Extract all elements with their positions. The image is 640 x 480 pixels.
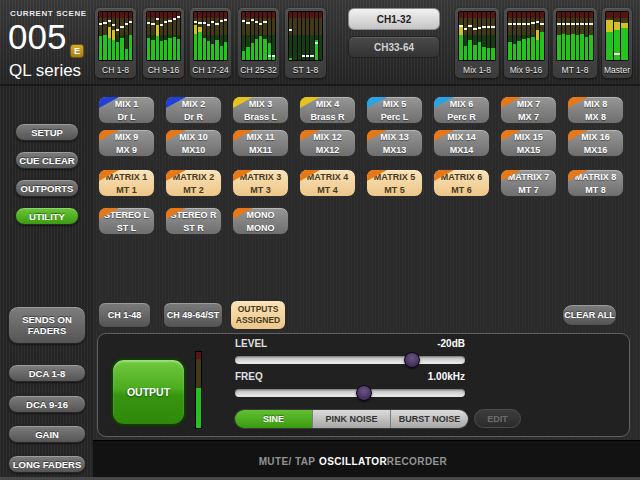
meter-bar	[246, 12, 249, 60]
channel-name: MX15	[501, 144, 556, 157]
meter-group-ch-17-24[interactable]: CH 17-24	[190, 8, 231, 78]
meter-group-mix-1-8[interactable]: Mix 1-8	[455, 8, 499, 78]
clear-all-button[interactable]: CLEAR ALL	[562, 304, 617, 326]
level-label: LEVEL	[235, 338, 267, 349]
channel-button-matrix-8[interactable]: MATRIX 8MT 8	[567, 169, 624, 197]
tab-recorder[interactable]: RECORDER	[387, 456, 447, 467]
meter-screen	[507, 11, 545, 61]
channel-name: MT 1	[99, 184, 154, 197]
sidebar-button-long-faders[interactable]: LONG FADERS	[8, 455, 86, 473]
top-meter-bridge: CURRENT SCENE 005 E QL series CH 1-8CH 9…	[0, 0, 640, 86]
channel-button-matrix-1[interactable]: MATRIX 1MT 1	[98, 169, 155, 197]
meter-bar	[173, 12, 176, 60]
meter-group-ch-1-8[interactable]: CH 1-8	[95, 8, 136, 78]
oscillator-output-button[interactable]: OUTPUT	[111, 358, 186, 426]
meter-group-master[interactable]: Master	[602, 8, 632, 78]
channel-button-mix-10[interactable]: MIX 10MX10	[165, 129, 222, 157]
sidebar-button-sends-on-faders[interactable]: SENDS ON FADERS	[8, 306, 86, 344]
meter-bar	[513, 12, 517, 60]
channel-button-mix-6[interactable]: MIX 6Perc R	[433, 96, 490, 124]
meter-group-mt-1-8[interactable]: MT 1-8	[553, 8, 597, 78]
oscillator-edit-button[interactable]: EDIT	[474, 409, 521, 428]
channel-button-matrix-5[interactable]: MATRIX 5MT 5	[366, 169, 423, 197]
channel-button-mix-2[interactable]: MIX 2Dr R	[165, 96, 222, 124]
channel-button-matrix-6[interactable]: MATRIX 6MT 6	[433, 169, 490, 197]
meter-bar	[491, 12, 495, 60]
channel-button-mix-4[interactable]: MIX 4Brass R	[299, 96, 356, 124]
scene-number: 005	[8, 17, 66, 57]
tab-oscillator[interactable]: OSCILLATOR	[319, 456, 387, 467]
freq-label: FREQ	[235, 371, 263, 382]
outputs-assigned-line1: OUTPUTS	[238, 304, 279, 315]
meter-bar	[580, 12, 584, 60]
meter-group-mix-9-16[interactable]: Mix 9-16	[504, 8, 548, 78]
channel-button-mix-11[interactable]: MIX 11MX11	[232, 129, 289, 157]
channel-button-mono[interactable]: MONOMONO	[232, 207, 289, 235]
sidebar-button-dca-9-16[interactable]: DCA 9-16	[8, 395, 86, 413]
channel-button-mix-8[interactable]: MIX 8MX 8	[567, 96, 624, 124]
meter-group-st-1-8[interactable]: ST 1-8	[285, 8, 326, 78]
scene-edited-badge: E	[70, 44, 84, 58]
meter-bar	[272, 12, 275, 60]
channel-button-mix-14[interactable]: MIX 14MX14	[433, 129, 490, 157]
filter-button-ch-49-64-st[interactable]: CH 49-64/ST	[163, 302, 223, 328]
channel-button-mix-12[interactable]: MIX 12MX12	[299, 129, 356, 157]
meter-bar	[517, 12, 521, 60]
level-slider-thumb[interactable]	[404, 352, 420, 368]
meter-bar	[224, 12, 227, 60]
meter-bar	[310, 12, 313, 60]
layer-button-ch1-32[interactable]: CH1-32	[348, 8, 440, 30]
channel-button-matrix-3[interactable]: MATRIX 3MT 3	[232, 169, 289, 197]
waveform-button-sine[interactable]: SINE	[235, 410, 313, 428]
meter-bar	[306, 12, 309, 60]
channel-button-mix-16[interactable]: MIX 16MX16	[567, 129, 624, 157]
sidebar-button-gain[interactable]: GAIN	[8, 425, 86, 443]
sidebar-button-outports[interactable]: OUTPORTS	[15, 179, 79, 197]
channel-button-mix-7[interactable]: MIX 7MX 7	[500, 96, 557, 124]
level-slider-track[interactable]	[235, 356, 465, 364]
meter-bar	[473, 12, 477, 60]
layer-button-ch33-64[interactable]: CH33-64	[348, 36, 440, 58]
channel-name: MX14	[434, 144, 489, 157]
channel-button-matrix-7[interactable]: MATRIX 7MT 7	[500, 169, 557, 197]
main-area: MIX 1Dr LMIX 2Dr RMIX 3Brass LMIX 4Brass…	[93, 86, 640, 480]
meter-bar	[468, 12, 472, 60]
meter-group-ch-25-32[interactable]: CH 25-32	[238, 8, 279, 78]
meter-group-label: Mix 9-16	[504, 65, 548, 75]
sidebar-button-dca-1-8[interactable]: DCA 1-8	[8, 364, 86, 382]
meter-bar	[293, 12, 296, 60]
filter-button-outputs-assigned[interactable]: OUTPUTS ASSIGNED	[230, 300, 286, 330]
channel-name: MT 6	[434, 184, 489, 197]
channel-button-stereo-l[interactable]: STEREO LST L	[98, 207, 155, 235]
channel-button-mix-5[interactable]: MIX 5Perc L	[366, 96, 423, 124]
channel-button-mix-3[interactable]: MIX 3Brass L	[232, 96, 289, 124]
meter-bar	[478, 12, 482, 60]
stagemix-app: CURRENT SCENE 005 E QL series CH 1-8CH 9…	[0, 0, 640, 480]
channel-button-mix-15[interactable]: MIX 15MX15	[500, 129, 557, 157]
waveform-button-pink-noise[interactable]: PINK NOISE	[313, 410, 391, 428]
channel-button-mix-1[interactable]: MIX 1Dr L	[98, 96, 155, 124]
waveform-button-burst-noise[interactable]: BURST NOISE	[391, 410, 468, 428]
channel-button-matrix-2[interactable]: MATRIX 2MT 2	[165, 169, 222, 197]
meter-bar	[302, 12, 305, 60]
tab-mute-tap[interactable]: MUTE/ TAP	[259, 456, 316, 467]
sidebar-button-setup[interactable]: SETUP	[15, 123, 79, 141]
freq-slider-track[interactable]	[235, 389, 465, 397]
meter-bar	[540, 12, 544, 60]
channel-name: MX 7	[501, 111, 556, 124]
filter-button-ch-1-48[interactable]: CH 1-48	[98, 302, 151, 328]
console-model-label: QL series	[9, 61, 81, 81]
freq-slider-thumb[interactable]	[356, 385, 372, 401]
channel-button-stereo-r[interactable]: STEREO RST R	[165, 207, 222, 235]
sidebar-button-cue-clear[interactable]: CUE CLEAR	[15, 151, 79, 169]
sidebar-button-utility[interactable]: UTILITY	[15, 207, 79, 225]
channel-button-mix-9[interactable]: MIX 9MX 9	[98, 129, 155, 157]
meter-bar	[566, 12, 570, 60]
meter-group-ch-9-16[interactable]: CH 9-16	[143, 8, 184, 78]
meter-bar	[156, 12, 159, 60]
channel-button-matrix-4[interactable]: MATRIX 4MT 4	[299, 169, 356, 197]
channel-button-mix-13[interactable]: MIX 13MX13	[366, 129, 423, 157]
meter-screen	[288, 11, 323, 61]
meter-bar	[125, 12, 128, 60]
current-scene-panel[interactable]: CURRENT SCENE 005 E QL series	[6, 4, 90, 82]
